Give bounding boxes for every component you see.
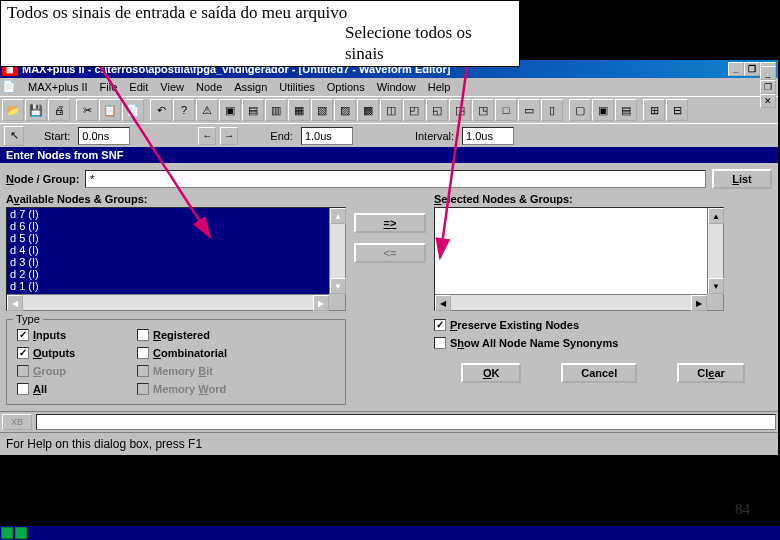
list-item[interactable]: d 3 (I): [7, 256, 345, 268]
preserve-checkbox[interactable]: ✓ Preserve Existing Nodes: [434, 319, 772, 331]
scroll-up-icon[interactable]: ▲: [708, 208, 724, 224]
list-item[interactable]: d 2 (I): [7, 268, 345, 280]
scroll-left-icon[interactable]: ◀: [435, 295, 451, 311]
pointer-tool-icon[interactable]: ↖: [4, 126, 24, 146]
toolbar-btn-c[interactable]: ▦: [288, 99, 310, 121]
arrow-right: [430, 40, 490, 270]
child-minimize-button[interactable]: _: [760, 66, 776, 80]
type-option-label: Inputs: [33, 329, 66, 341]
xb-button[interactable]: XB: [2, 414, 32, 430]
list-item[interactable]: d 1 (I): [7, 280, 345, 292]
svg-line-1: [440, 45, 470, 258]
toolbar-btn-l[interactable]: □: [495, 99, 517, 121]
menu-options[interactable]: Options: [321, 79, 371, 95]
checkbox-icon: [137, 365, 149, 377]
toolbar-btn-h[interactable]: ◰: [403, 99, 425, 121]
slide-number: 84: [735, 501, 750, 518]
checkbox-icon: [137, 329, 149, 341]
scroll-left-icon[interactable]: ◀: [7, 295, 23, 311]
menu-assign[interactable]: Assign: [228, 79, 273, 95]
annotation-line1: Todos os sinais de entrada e saída do me…: [7, 3, 513, 23]
scrollbar-v[interactable]: ▲ ▼: [707, 208, 723, 294]
clear-button[interactable]: Clear: [677, 363, 745, 383]
type-fieldset: Type ✓InputsRegistered✓OutputsCombinator…: [6, 319, 346, 405]
toolbar-btn-p1[interactable]: ⊞: [643, 99, 665, 121]
scroll-down-icon[interactable]: ▼: [708, 278, 724, 294]
type-option-memory-word: Memory Word: [137, 383, 257, 395]
status-text: For Help on this dialog box, press F1: [6, 437, 202, 451]
scrollbar-h[interactable]: ◀ ▶: [7, 294, 329, 310]
bottom-task-bar: [0, 526, 780, 540]
child-close-button[interactable]: ✕: [760, 94, 776, 108]
type-option-label: Memory Word: [153, 383, 226, 395]
toolbar-btn-p2[interactable]: ⊟: [666, 99, 688, 121]
checkbox-icon: ✓: [434, 319, 446, 331]
ok-button[interactable]: OK: [461, 363, 521, 383]
checkbox-icon: [137, 347, 149, 359]
annotation-callout: Todos os sinais de entrada e saída do me…: [0, 0, 520, 67]
type-option-label: Combinatorial: [153, 347, 227, 359]
toolbar-btn-b[interactable]: ▥: [265, 99, 287, 121]
toolbar-print-icon[interactable]: 🖨: [48, 99, 70, 121]
scroll-down-icon[interactable]: ▼: [330, 278, 346, 294]
type-option-label: Group: [33, 365, 66, 377]
scroll-right-icon[interactable]: ▶: [691, 295, 707, 311]
menu-window[interactable]: Window: [371, 79, 422, 95]
type-legend: Type: [13, 313, 43, 325]
type-option-label: Registered: [153, 329, 210, 341]
type-option-outputs[interactable]: ✓Outputs: [17, 347, 137, 359]
toolbar-btn-e[interactable]: ▨: [334, 99, 356, 121]
type-option-all[interactable]: All: [17, 383, 137, 395]
preserve-label: Preserve Existing Nodes: [450, 319, 579, 331]
toolbar-btn-o3[interactable]: ▤: [615, 99, 637, 121]
remove-button[interactable]: <=: [354, 243, 426, 263]
type-option-inputs[interactable]: ✓Inputs: [17, 329, 137, 341]
checkbox-icon: [17, 365, 29, 377]
toolbar-open-icon[interactable]: 📂: [2, 99, 24, 121]
scrollbar-v[interactable]: ▲ ▼: [329, 208, 345, 294]
node-group-label: Node / Group:: [6, 173, 79, 185]
scroll-up-icon[interactable]: ▲: [330, 208, 346, 224]
toolbar-btn-g[interactable]: ◫: [380, 99, 402, 121]
menu-utilities[interactable]: Utilities: [273, 79, 320, 95]
end-input[interactable]: [301, 127, 353, 145]
checkbox-icon: [17, 383, 29, 395]
status-bar: For Help on this dialog box, press F1: [0, 432, 778, 455]
toolbar-btn-o2[interactable]: ▣: [592, 99, 614, 121]
cancel-button[interactable]: Cancel: [561, 363, 637, 383]
scroll-right-icon[interactable]: ▶: [313, 295, 329, 311]
checkbox-icon: ✓: [17, 347, 29, 359]
type-option-label: All: [33, 383, 47, 395]
checkbox-icon: ✓: [17, 329, 29, 341]
checkbox-icon: [434, 337, 446, 349]
toolbar-btn-m[interactable]: ▭: [518, 99, 540, 121]
list-button[interactable]: List: [712, 169, 772, 189]
maximize-button[interactable]: ❐: [744, 62, 760, 76]
type-option-label: Memory Bit: [153, 365, 213, 377]
scrollbar-h[interactable]: ◀ ▶: [435, 294, 707, 310]
doc-icon: 📄: [2, 80, 18, 94]
annotation-line2: Selecione todos os sinais: [7, 23, 513, 64]
toolbar-btn-f[interactable]: ▩: [357, 99, 379, 121]
type-option-group: Group: [17, 365, 137, 377]
show-synonyms-checkbox[interactable]: Show All Node Name Synonyms: [434, 337, 772, 349]
toolbar-btn-n[interactable]: ▯: [541, 99, 563, 121]
end-label: End:: [266, 130, 297, 142]
minimize-button[interactable]: _: [728, 62, 744, 76]
type-option-label: Outputs: [33, 347, 75, 359]
show-synonyms-label: Show All Node Name Synonyms: [450, 337, 618, 349]
checkbox-icon: [137, 383, 149, 395]
toolbar-save-icon[interactable]: 💾: [25, 99, 47, 121]
type-option-registered[interactable]: Registered: [137, 329, 257, 341]
type-option-combinatorial[interactable]: Combinatorial: [137, 347, 257, 359]
toolbar-btn-d[interactable]: ▧: [311, 99, 333, 121]
toolbar-btn-a[interactable]: ▤: [242, 99, 264, 121]
toolbar-btn-o1[interactable]: ▢: [569, 99, 591, 121]
type-option-memory-bit: Memory Bit: [137, 365, 257, 377]
child-maximize-button[interactable]: ❐: [760, 80, 776, 94]
add-button[interactable]: =>: [354, 213, 426, 233]
